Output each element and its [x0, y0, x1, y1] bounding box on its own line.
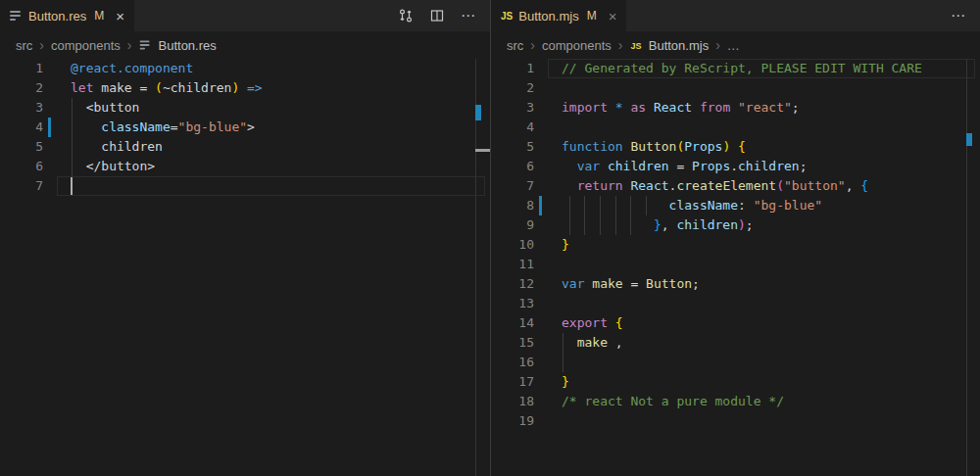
text-cursor	[71, 177, 73, 195]
res-file-icon	[10, 9, 23, 23]
line-number: 2	[491, 78, 534, 98]
code-line: </button>	[71, 157, 155, 176]
chevron-icon: ›	[39, 37, 44, 53]
line-number: 4	[491, 118, 534, 137]
breadcrumb-item-src[interactable]: src	[507, 38, 523, 53]
breadcrumb-item-src[interactable]: src	[16, 38, 32, 53]
code-line: /* react Not a pure module */	[562, 392, 784, 411]
modified-gutter-marker	[539, 196, 542, 215]
code-line: children	[71, 137, 163, 157]
vscode-window: Button.res M ×	[0, 0, 980, 476]
editor-actions-left: ⋯	[398, 0, 490, 31]
tab-label: Button.mjs	[518, 9, 578, 24]
line-number: 18	[491, 392, 534, 411]
breadcrumb-left: src › components › Button.res	[0, 31, 490, 59]
code-line: // Generated by ReScript, PLEASE EDIT WI…	[562, 59, 922, 78]
line-number: 5	[0, 137, 43, 157]
modified-gutter-marker	[48, 118, 51, 137]
code-line: className="bg-blue">	[71, 118, 255, 137]
code-line: var make = Button;	[562, 274, 700, 294]
line-number: 2	[0, 78, 43, 98]
code-line: <button	[71, 98, 139, 118]
breadcrumb-item-file[interactable]: Button.res	[159, 38, 217, 53]
code-line: let make = (~children) =>	[71, 78, 263, 98]
line-number: 12	[491, 274, 534, 294]
code-line: export {	[562, 313, 623, 333]
indent-guide	[563, 353, 564, 372]
code-line: return React.createElement("button", {	[562, 176, 868, 196]
line-number: 1	[491, 59, 534, 78]
tab-button-mjs[interactable]: JS Button.mjs M ×	[491, 0, 626, 31]
editor-pane-right: JS Button.mjs M × ⋯ src › components › J…	[490, 0, 980, 476]
modified-badge: M	[587, 9, 597, 23]
close-icon[interactable]: ×	[116, 9, 124, 24]
line-number: 6	[0, 157, 43, 176]
line-number: 6	[491, 157, 534, 176]
line-number: 17	[491, 372, 534, 392]
chevron-icon: ›	[618, 37, 623, 53]
editor-pane-left: Button.res M ×	[0, 0, 490, 476]
current-line-highlight	[57, 176, 485, 196]
line-number: 8	[491, 196, 534, 215]
chevron-icon: ›	[530, 37, 535, 53]
breadcrumb-item-components[interactable]: components	[51, 38, 121, 53]
breadcrumb-item-more[interactable]: …	[727, 38, 740, 53]
code-line: make ,	[562, 333, 623, 353]
editor-actions-right: ⋯	[951, 0, 980, 31]
tab-label: Button.res	[28, 9, 86, 24]
line-number: 7	[0, 176, 43, 196]
code-line: }	[562, 235, 569, 255]
more-actions-icon[interactable]: ⋯	[461, 7, 476, 24]
line-number: 9	[491, 215, 534, 235]
code-line: }, children);	[562, 215, 754, 235]
code-line: var children = Props.children;	[562, 157, 808, 176]
line-number: 1	[0, 59, 43, 78]
line-number: 19	[491, 411, 534, 431]
line-number: 14	[491, 313, 534, 333]
code-line: }	[562, 372, 569, 392]
code-line: function Button(Props) {	[562, 137, 746, 157]
breadcrumb-item-file[interactable]: Button.mjs	[649, 38, 709, 53]
line-number: 11	[491, 255, 534, 274]
code-editor-right[interactable]: 1// Generated by ReScript, PLEASE EDIT W…	[491, 59, 980, 476]
chevron-icon: ›	[715, 37, 720, 53]
breadcrumb-right: src › components › JS Button.mjs › …	[491, 31, 980, 59]
js-file-icon: JS	[630, 40, 641, 50]
line-number: 5	[491, 137, 534, 157]
code-line: className: "bg-blue"	[562, 196, 822, 215]
overview-ruler-marker	[475, 105, 481, 120]
line-number: 4	[0, 118, 43, 137]
breadcrumb-item-components[interactable]: components	[542, 38, 612, 53]
more-actions-icon[interactable]: ⋯	[951, 7, 966, 24]
code-line: @react.component	[71, 59, 193, 78]
line-number: 3	[0, 98, 43, 118]
line-number: 16	[491, 353, 534, 372]
res-file-icon	[139, 39, 151, 52]
overview-ruler-marker	[966, 133, 972, 146]
line-number: 15	[491, 333, 534, 353]
overview-ruler	[475, 59, 476, 476]
line-number: 10	[491, 235, 534, 255]
chevron-icon: ›	[127, 37, 132, 53]
tab-bar-left: Button.res M ×	[0, 0, 490, 31]
line-number: 13	[491, 294, 534, 313]
code-editor-left[interactable]: 1@react.component2let make = (~children)…	[0, 59, 490, 476]
modified-badge: M	[94, 9, 104, 23]
open-changes-icon[interactable]	[398, 8, 414, 24]
split-editor-icon[interactable]	[429, 8, 445, 24]
code-line: import * as React from "react";	[562, 98, 800, 118]
overview-ruler	[966, 59, 967, 476]
overview-ruler-marker	[475, 149, 490, 152]
line-number: 3	[491, 98, 534, 118]
js-file-icon: JS	[501, 11, 513, 22]
close-icon[interactable]: ×	[609, 9, 617, 24]
line-number: 7	[491, 176, 534, 196]
tab-button-res[interactable]: Button.res M ×	[0, 0, 134, 31]
tab-bar-right: JS Button.mjs M × ⋯	[491, 0, 980, 31]
